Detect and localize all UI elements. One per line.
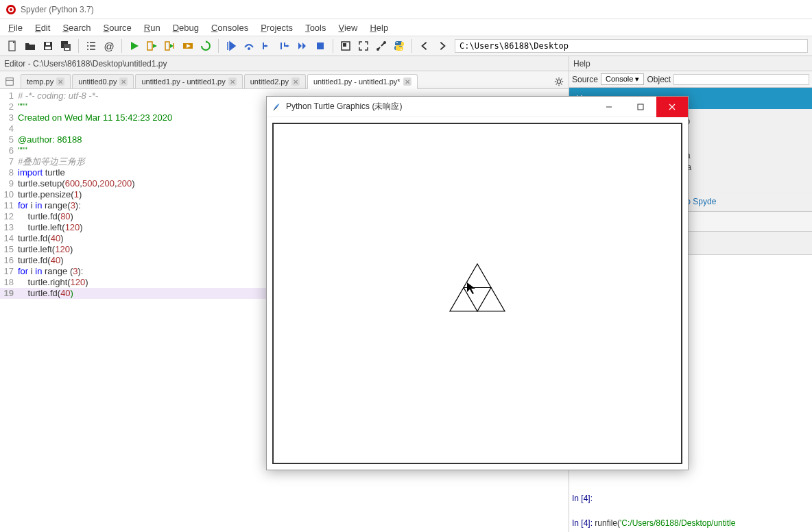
stop-icon[interactable]: [312, 38, 329, 54]
nav-back-icon[interactable]: [416, 38, 433, 54]
menu-help[interactable]: Help: [364, 21, 394, 35]
minimize-button[interactable]: [593, 97, 625, 117]
close-button[interactable]: [656, 97, 688, 117]
svg-rect-14: [317, 43, 324, 49]
working-dir-input[interactable]: [455, 39, 808, 53]
close-icon[interactable]: ✕: [56, 77, 64, 86]
editor-tab[interactable]: untitled1.py - untitled1.py✕: [135, 74, 242, 88]
editor-tab[interactable]: untitled1.py - untitled1.py*✕: [307, 74, 418, 89]
step-over-icon[interactable]: [241, 38, 257, 54]
at-icon[interactable]: @: [101, 38, 117, 54]
turtle-titlebar[interactable]: Python Turtle Graphics (未响应): [267, 97, 688, 117]
run-cell-advance-icon[interactable]: [162, 38, 178, 54]
svg-rect-11: [165, 42, 169, 50]
svg-point-17: [383, 41, 386, 44]
run-cell-icon[interactable]: [144, 38, 160, 54]
rerun-icon[interactable]: [198, 38, 214, 54]
maximize-pane-icon[interactable]: [337, 38, 354, 54]
python-icon[interactable]: [391, 38, 407, 54]
source-label: Source: [572, 75, 598, 84]
step-into-icon[interactable]: [259, 38, 275, 54]
maximize-button[interactable]: [625, 97, 656, 117]
svg-point-19: [396, 42, 398, 43]
close-icon[interactable]: ✕: [403, 77, 411, 86]
menubar: FileEditSearchSourceRunDebugConsolesProj…: [0, 19, 812, 36]
app-titlebar: Spyder (Python 3.7): [0, 0, 812, 19]
object-label: Object: [647, 75, 671, 84]
turtle-canvas: [272, 123, 682, 464]
gear-icon[interactable]: [552, 75, 566, 88]
menu-search[interactable]: Search: [57, 21, 96, 35]
list-icon[interactable]: [83, 38, 99, 54]
menu-view[interactable]: View: [333, 21, 363, 35]
continue-icon[interactable]: [294, 38, 311, 54]
editor-tabs: temp.py✕untitled0.py✕untitled1.py - unti…: [0, 71, 569, 89]
menu-source[interactable]: Source: [98, 21, 137, 35]
debug-icon[interactable]: [223, 38, 239, 54]
app-title: Spyder (Python 3.7): [21, 5, 94, 14]
close-icon[interactable]: ✕: [291, 77, 300, 86]
svg-point-22: [557, 80, 560, 83]
main-toolbar: @: [0, 36, 812, 56]
svg-rect-9: [65, 48, 69, 50]
spyder-icon: [5, 4, 16, 15]
editor-tab[interactable]: untitled0.py✕: [72, 74, 134, 88]
separator: [121, 39, 122, 53]
help-toolbar: Source Console ▾ Object: [569, 71, 812, 88]
close-icon[interactable]: ✕: [119, 77, 128, 86]
step-out-icon[interactable]: [276, 38, 293, 54]
menu-projects[interactable]: Projects: [255, 21, 298, 35]
svg-rect-5: [45, 47, 51, 49]
svg-rect-23: [638, 104, 643, 110]
open-file-icon[interactable]: [22, 38, 38, 54]
close-icon[interactable]: ✕: [228, 77, 237, 86]
browse-tabs-icon[interactable]: [3, 75, 16, 88]
triangle-drawing: [446, 260, 508, 313]
svg-rect-21: [6, 78, 14, 86]
svg-rect-10: [147, 42, 152, 50]
svg-point-18: [377, 48, 379, 51]
turtle-window[interactable]: Python Turtle Graphics (未响应): [266, 96, 689, 470]
nav-forward-icon[interactable]: [434, 38, 451, 54]
separator: [333, 39, 333, 53]
menu-consoles[interactable]: Consoles: [206, 21, 254, 35]
turtle-title-text: Python Turtle Graphics (未响应): [286, 101, 402, 112]
help-header: Help: [569, 56, 812, 71]
editor-tab[interactable]: untitled2.py✕: [244, 74, 306, 88]
editor-tab[interactable]: temp.py✕: [21, 74, 71, 88]
new-file-icon[interactable]: [4, 38, 21, 54]
menu-debug[interactable]: Debug: [167, 21, 204, 35]
fullscreen-icon[interactable]: [355, 38, 372, 54]
separator: [218, 39, 219, 53]
svg-point-13: [248, 47, 250, 50]
menu-file[interactable]: File: [3, 21, 28, 35]
source-dropdown[interactable]: Console ▾: [601, 73, 644, 85]
separator: [78, 39, 79, 53]
svg-point-20: [401, 49, 402, 50]
feather-icon: [272, 102, 282, 112]
menu-tools[interactable]: Tools: [300, 21, 331, 35]
svg-rect-6: [46, 43, 50, 45]
menu-edit[interactable]: Edit: [29, 21, 56, 35]
object-input[interactable]: [673, 74, 809, 85]
run-icon[interactable]: [126, 38, 143, 54]
editor-header: Editor - C:\Users\86188\Desktop\untitled…: [0, 56, 569, 71]
svg-rect-16: [343, 43, 346, 47]
save-all-icon[interactable]: [58, 38, 74, 54]
save-icon[interactable]: [40, 38, 56, 54]
preferences-icon[interactable]: [373, 38, 390, 54]
svg-point-2: [10, 8, 12, 11]
separator: [411, 39, 412, 53]
menu-run[interactable]: Run: [139, 21, 166, 35]
run-selection-icon[interactable]: [180, 38, 196, 54]
